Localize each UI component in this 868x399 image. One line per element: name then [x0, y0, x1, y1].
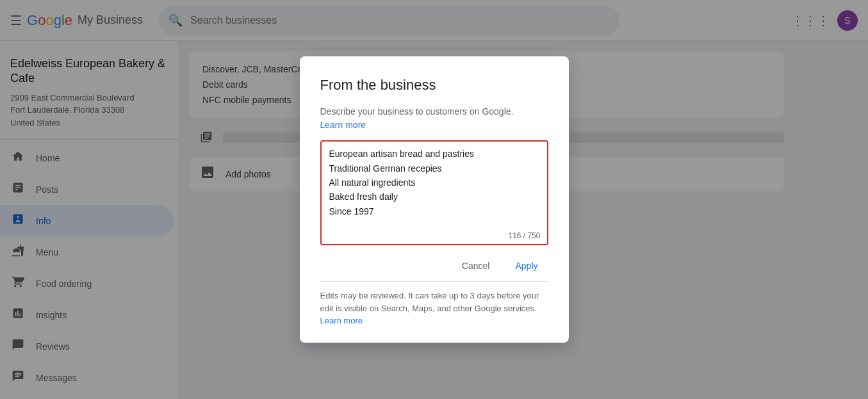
modal-title: From the business	[320, 77, 548, 94]
modal-description: Describe your business to customers on G…	[320, 106, 548, 117]
char-count: 116 / 750	[508, 231, 540, 240]
cancel-button[interactable]: Cancel	[452, 256, 500, 276]
modal-overlay: From the business Describe your business…	[0, 0, 868, 399]
modal-actions: Cancel Apply	[320, 245, 548, 281]
modal-textarea[interactable]: European artisan bread and pastries Trad…	[329, 147, 539, 224]
modal-footer-link[interactable]: Learn more	[320, 316, 363, 325]
modal-textarea-wrap: European artisan bread and pastries Trad…	[320, 140, 548, 245]
modal: From the business Describe your business…	[300, 56, 569, 343]
modal-footer-text: Edits may be reviewed. It can take up to…	[320, 291, 539, 313]
apply-button[interactable]: Apply	[505, 256, 548, 276]
modal-learn-more-link[interactable]: Learn more	[320, 120, 366, 130]
modal-footer: Edits may be reviewed. It can take up to…	[320, 281, 548, 327]
